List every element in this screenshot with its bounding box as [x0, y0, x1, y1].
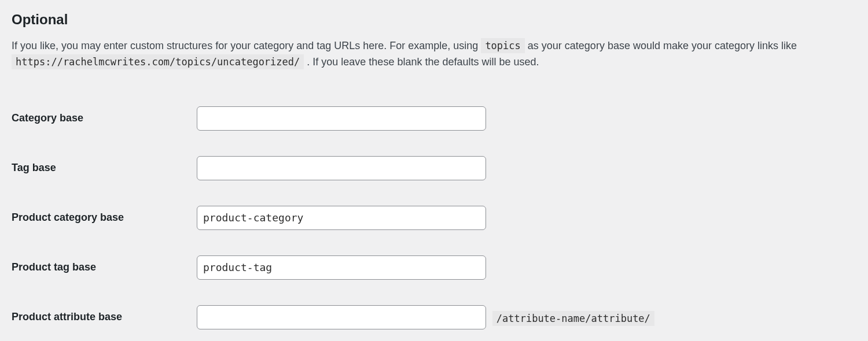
section-description: If you like, you may enter custom struct…: [12, 38, 856, 71]
label-tag-base: Tag base: [12, 143, 197, 193]
input-product-tag-base[interactable]: [197, 255, 486, 280]
input-product-category-base[interactable]: [197, 206, 486, 230]
row-product-attribute-base: Product attribute base /attribute-name/a…: [12, 292, 856, 341]
permalink-optional-table: Category base Tag base Product category …: [12, 94, 856, 341]
label-product-category-base: Product category base: [12, 193, 197, 243]
row-tag-base: Tag base: [12, 143, 856, 193]
description-code-topics: topics: [481, 38, 524, 53]
description-text: If you like, you may enter custom struct…: [12, 40, 481, 51]
input-product-attribute-base[interactable]: [197, 305, 486, 329]
row-product-category-base: Product category base: [12, 193, 856, 243]
label-product-tag-base: Product tag base: [12, 243, 197, 292]
label-product-attribute-base: Product attribute base: [12, 292, 197, 341]
input-category-base[interactable]: [197, 106, 486, 131]
row-category-base: Category base: [12, 94, 856, 143]
description-text: . If you leave these blank the defaults …: [307, 56, 539, 68]
input-tag-base[interactable]: [197, 156, 486, 180]
label-category-base: Category base: [12, 94, 197, 143]
row-product-tag-base: Product tag base: [12, 243, 856, 292]
section-title: Optional: [12, 12, 856, 28]
description-text: as your category base would make your ca…: [528, 40, 797, 51]
product-attribute-suffix: /attribute-name/attribute/: [492, 311, 654, 326]
description-code-url: https://rachelmcwrites.com/topics/uncate…: [12, 54, 304, 69]
